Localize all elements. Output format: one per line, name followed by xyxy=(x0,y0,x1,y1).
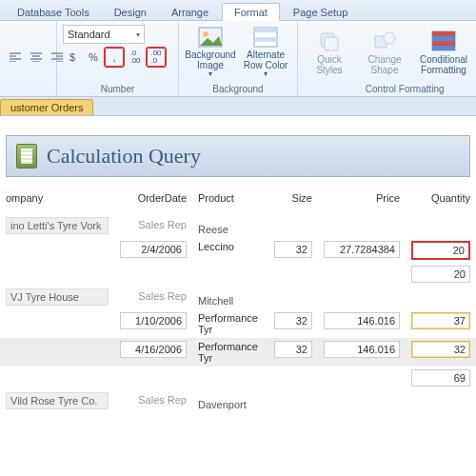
report-title: Calculation Query xyxy=(47,144,201,169)
change-shape-icon xyxy=(371,30,398,52)
chevron-down-icon: ▾ xyxy=(136,30,140,39)
sales-rep-label: Sales Rep xyxy=(138,392,187,406)
group-header-row: Vild Rose Tyre Co.Sales RepDavenport xyxy=(0,389,476,413)
quantity-cell[interactable]: 32 xyxy=(411,341,470,358)
group-font-label xyxy=(6,92,50,94)
svg-rect-13 xyxy=(432,46,455,50)
table-rows-icon xyxy=(252,26,279,48)
size-cell[interactable]: 32 xyxy=(274,341,312,358)
change-shape-label: Change Shape xyxy=(360,54,409,75)
group-control-formatting-label: Control Formatting xyxy=(304,82,476,94)
report-icon xyxy=(16,144,37,169)
document-tab[interactable]: ustomer Orders xyxy=(0,99,93,115)
tab-database-tools[interactable]: Database Tools xyxy=(6,4,101,20)
product-cell[interactable]: Performance Tyr xyxy=(192,338,268,367)
report-layout-view: Calculation Query ompany OrderDate Produ… xyxy=(0,116,476,413)
data-row: 4/16/2006Performance Tyr32146.01632 xyxy=(0,338,476,367)
group-background: Background Image ▾ Alternate Row Color ▾… xyxy=(179,21,298,96)
background-image-button[interactable]: Background Image ▾ xyxy=(185,25,236,80)
data-row: 2/4/2006Leccino3227.728438420 xyxy=(0,238,476,263)
company-cell[interactable]: Vild Rose Tyre Co. xyxy=(6,392,109,409)
increase-decimals-label: .0.00 xyxy=(129,50,140,65)
alternate-row-color-label: Alternate Row Color xyxy=(241,50,290,70)
quick-styles-icon xyxy=(316,30,343,52)
decrease-decimals-button[interactable]: .00.0 xyxy=(147,48,166,67)
data-row: 1/10/2006Performance Tyr32146.01637 xyxy=(0,309,476,338)
group-number: Standard ▾ $ % , .0.00 .00.0 Number xyxy=(57,21,179,96)
decrease-decimals-label: .00.0 xyxy=(150,50,161,65)
rep-name: Mitchell xyxy=(192,286,476,309)
col-price[interactable]: Price xyxy=(318,187,406,214)
quantity-cell[interactable]: 37 xyxy=(411,312,470,329)
ribbon: Standard ▾ $ % , .0.00 .00.0 Number xyxy=(0,21,476,97)
quick-styles-label: Quick Styles xyxy=(305,54,354,75)
col-size[interactable]: Size xyxy=(268,187,318,214)
svg-rect-12 xyxy=(432,41,455,46)
picture-icon xyxy=(197,26,224,48)
increase-decimals-button[interactable]: .0.00 xyxy=(126,48,145,67)
currency-button[interactable]: $ xyxy=(63,48,82,67)
conditional-formatting-icon xyxy=(430,30,457,52)
change-shape-button[interactable]: Change Shape xyxy=(359,25,410,80)
report-header: Calculation Query xyxy=(6,135,470,177)
orderdate-cell[interactable]: 2/4/2006 xyxy=(120,241,187,258)
svg-rect-4 xyxy=(254,37,277,42)
orderdate-cell[interactable]: 4/16/2006 xyxy=(120,341,187,358)
svg-point-1 xyxy=(203,31,208,37)
sales-rep-label: Sales Rep xyxy=(138,288,187,302)
chevron-down-icon: ▾ xyxy=(208,70,212,79)
product-cell[interactable]: Performance Tyr xyxy=(192,309,268,338)
data-grid: ompany OrderDate Product Size Price Quan… xyxy=(0,187,476,413)
ribbon-tabs: Database Tools Design Arrange Format Pag… xyxy=(0,0,476,21)
price-cell[interactable]: 27.7284384 xyxy=(324,241,400,258)
svg-rect-3 xyxy=(254,28,277,32)
svg-rect-6 xyxy=(325,37,338,50)
sales-rep-label: Sales Rep xyxy=(138,217,187,230)
col-product[interactable]: Product xyxy=(192,187,268,214)
comma-button[interactable]: , xyxy=(105,48,124,67)
group-header-row: ino Letti's Tyre VorkSales RepReese xyxy=(0,214,476,239)
quick-styles-button[interactable]: Quick Styles xyxy=(304,25,355,80)
group-control-formatting: Quick Styles Change Shape Conditional Fo… xyxy=(298,21,476,96)
chevron-down-icon: ▾ xyxy=(264,70,268,79)
svg-rect-10 xyxy=(432,31,455,36)
price-cell[interactable]: 146.016 xyxy=(324,312,400,329)
group-header-row: VJ Tyre HouseSales RepMitchell xyxy=(0,286,476,309)
group-background-label: Background xyxy=(185,82,291,94)
rep-name: Davenport xyxy=(192,389,476,413)
price-cell[interactable]: 146.016 xyxy=(324,341,400,358)
align-left-icon[interactable] xyxy=(6,48,25,67)
number-format-value: Standard xyxy=(68,29,110,40)
tab-arrange[interactable]: Arrange xyxy=(160,4,220,20)
quantity-cell[interactable]: 20 xyxy=(411,241,470,260)
col-quantity[interactable]: Quantity xyxy=(406,187,476,214)
orderdate-cell[interactable]: 1/10/2006 xyxy=(120,312,187,329)
svg-rect-11 xyxy=(432,36,455,41)
number-format-dropdown[interactable]: Standard ▾ xyxy=(63,25,145,44)
company-cell[interactable]: ino Letti's Tyre Vork xyxy=(6,217,109,234)
product-cell[interactable]: Leccino xyxy=(192,238,268,263)
tab-design[interactable]: Design xyxy=(103,4,158,20)
svg-point-8 xyxy=(384,32,395,44)
subtotal-row: 20 xyxy=(0,263,476,286)
rep-name: Reese xyxy=(192,214,476,239)
col-company[interactable]: ompany xyxy=(0,187,114,214)
alternate-row-color-button[interactable]: Alternate Row Color ▾ xyxy=(240,25,291,80)
col-orderdate[interactable]: OrderDate xyxy=(114,187,192,214)
group-font xyxy=(0,21,57,96)
subtotal-cell[interactable]: 69 xyxy=(411,369,470,387)
background-image-label: Background Image xyxy=(185,50,235,70)
tab-format[interactable]: Format xyxy=(222,3,280,21)
conditional-formatting-button[interactable]: Conditional Formatting xyxy=(414,25,473,80)
percent-button[interactable]: % xyxy=(84,48,103,67)
subtotal-row: 69 xyxy=(0,367,476,389)
align-center-icon[interactable] xyxy=(27,48,46,67)
document-tabs: ustomer Orders xyxy=(0,97,476,116)
size-cell[interactable]: 32 xyxy=(274,312,312,329)
tab-page-setup[interactable]: Page Setup xyxy=(282,4,360,20)
subtotal-cell[interactable]: 20 xyxy=(411,266,470,283)
company-cell[interactable]: VJ Tyre House xyxy=(6,288,109,306)
group-number-label: Number xyxy=(63,82,172,94)
conditional-formatting-label: Conditional Formatting xyxy=(415,54,472,75)
size-cell[interactable]: 32 xyxy=(274,241,312,258)
